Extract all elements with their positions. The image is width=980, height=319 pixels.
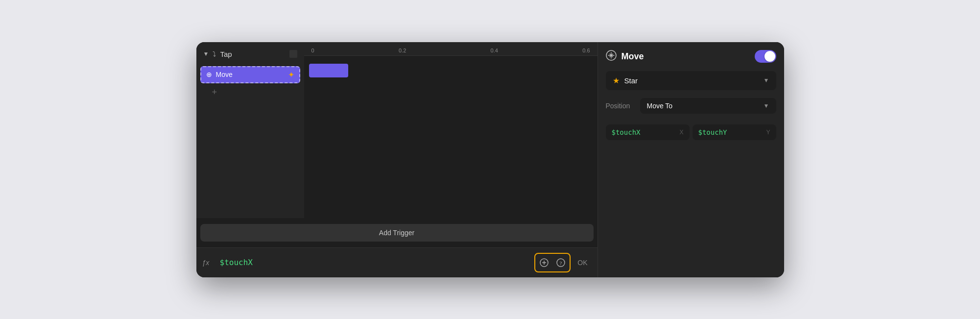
track-item-label: Move [216,71,233,78]
star-dropdown[interactable]: ★ Star ▼ [606,71,776,90]
move-item-icon: ⊕ [206,71,212,78]
toggle-knob [765,51,775,62]
timeline-ruler: 0 0.2 0.4 0.6 [304,42,598,56]
expression-bar: ƒx [196,247,598,277]
timeline-tracks [304,56,598,218]
x-coord-box[interactable]: $touchX X [606,124,690,140]
track-header-tap: ▼ ⤵ Tap [200,48,300,60]
timeline-block-move[interactable] [309,64,348,77]
coord-inputs-row: $touchX X $touchY Y [606,124,776,140]
tap-icon: ⤵ [213,50,216,58]
position-dropdown-label: Move To [647,102,760,110]
track-item-star: ✦ [288,70,294,79]
right-header: Move [606,50,776,63]
star-dropdown-icon: ★ [613,76,620,85]
fx-icon: ƒx [202,259,214,267]
right-panel-title: Move [621,51,750,62]
star-dropdown-arrow: ▼ [764,77,769,84]
position-label: Position [606,102,635,110]
y-coord-value: $touchY [698,128,727,136]
timeline-content: 0 0.2 0.4 0.6 [304,42,598,218]
add-trigger-row: Add Trigger [196,218,598,247]
ruler-label-02: 0.2 [399,48,406,53]
track-header-arrow: ▼ [203,50,209,57]
move-panel-icon [606,50,617,63]
track-add-row: + [200,85,300,99]
move-toggle[interactable] [755,50,776,63]
track-list: ▼ ⤵ Tap ⊕ Move ✦ [196,42,304,218]
left-section: ▼ ⤵ Tap ⊕ Move ✦ [196,42,598,277]
position-row: Position Move To ▼ [606,98,776,114]
add-child-icon[interactable]: + [212,87,217,98]
track-header-label: Tap [220,50,232,58]
timeline-block-row [309,62,593,79]
y-coord-label: Y [766,129,770,136]
svg-text:?: ? [560,260,562,266]
main-panel: ▼ ⤵ Tap ⊕ Move ✦ [196,42,784,277]
timeline-area: ▼ ⤵ Tap ⊕ Move ✦ [196,42,598,218]
star-dropdown-label: Star [624,76,759,85]
ruler-label-0: 0 [311,48,314,53]
expression-input[interactable] [220,258,529,267]
expr-btn-group: ? [534,253,571,272]
ruler-label-06: 0.6 [582,48,590,53]
expr-add-button[interactable] [536,255,552,270]
ruler-label-04: 0.4 [491,48,498,53]
add-trigger-button[interactable]: Add Trigger [200,224,594,242]
y-coord-box[interactable]: $touchY Y [693,124,776,140]
ruler-labels: 0 0.2 0.4 0.6 [309,48,593,53]
expression-actions: ? OK [534,253,591,272]
expr-help-button[interactable]: ? [553,255,569,270]
track-header-square [289,50,297,58]
x-coord-value: $touchX [612,128,641,136]
right-section: Move ★ Star ▼ Position Move To ▼ [598,42,784,277]
track-item-list: ⊕ Move ✦ [200,66,300,83]
track-item-move[interactable]: ⊕ Move ✦ [200,66,300,83]
expression-ok-button[interactable]: OK [574,257,591,269]
position-dropdown-arrow: ▼ [764,102,769,109]
x-coord-label: X [679,129,683,136]
position-dropdown[interactable]: Move To ▼ [640,98,776,114]
